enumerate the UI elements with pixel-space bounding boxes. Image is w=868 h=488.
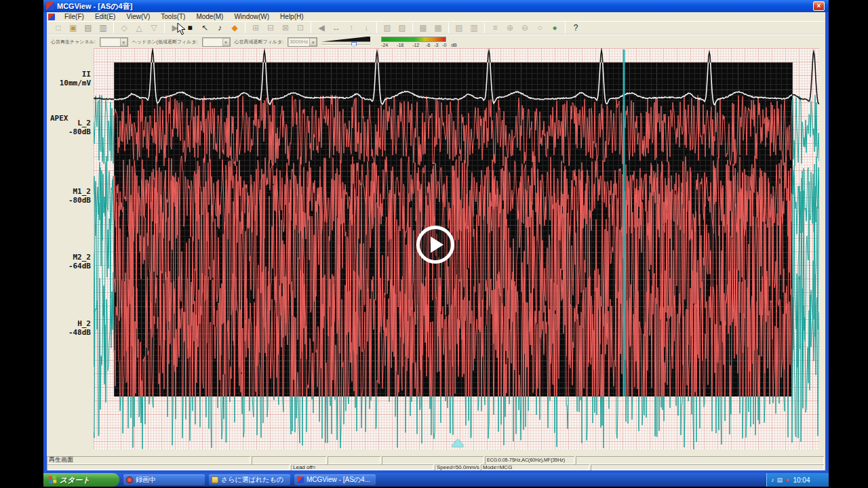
status-cell: Speed=50.0mm/s	[435, 464, 479, 470]
task-label: 録画中	[136, 475, 156, 485]
task-button-record[interactable]: 録画中	[123, 474, 205, 485]
menu-item-tools[interactable]: Tools(T)	[155, 13, 191, 20]
toolbar-button[interactable]: ▥	[467, 22, 481, 34]
video-frame: MCGView - [ASの4音] × File(F)Edit(E)View(V…	[0, 0, 868, 488]
chevron-down-icon: ▼	[222, 38, 230, 46]
folder-icon	[212, 476, 218, 483]
mdi-child-icon	[48, 14, 55, 20]
toolbar-button[interactable]: ▩	[416, 22, 430, 34]
new-button[interactable]: □	[52, 22, 65, 34]
device-icon[interactable]: ▤	[777, 476, 783, 483]
help-button[interactable]: ?	[569, 22, 583, 34]
menu-bar: File(F)Edit(E)View(V)Tools(T)Mode(M)Wind…	[47, 12, 825, 21]
letterbox-left	[0, 0, 43, 488]
channel-label-h_2: H_2-48dB	[47, 319, 91, 337]
status-cell: Mode=MCG	[481, 464, 589, 470]
meter-tick-label: -6	[426, 43, 430, 47]
toolbar-button[interactable]: ▤	[452, 22, 466, 34]
toolbar-button[interactable]: ▨	[395, 22, 409, 34]
sound-button[interactable]: ♪	[213, 22, 226, 34]
toolbar-separator	[164, 22, 165, 33]
toolbar-button[interactable]: ↔	[330, 22, 343, 34]
menu-item-edit[interactable]: Edit(E)	[90, 13, 121, 20]
marker-button[interactable]: ◆	[228, 22, 241, 34]
menu-item-view[interactable]: View(V)	[121, 13, 155, 20]
task-button-mcg[interactable]: MCGView - [ASの4...	[294, 474, 376, 485]
toolbar-button[interactable]: ◇	[117, 22, 131, 34]
print-button[interactable]: ▥	[96, 22, 110, 34]
toolbar-separator	[448, 22, 449, 33]
status-cell	[576, 456, 824, 464]
toolbar-separator	[113, 22, 114, 33]
task-button-folder[interactable]: さらに選ばれたもの	[209, 474, 290, 485]
status-bar-top: 再生画面ECG:0.05-75Hz,AC(60Hz),MF(35Hz)	[47, 456, 825, 464]
play-icon	[431, 237, 443, 253]
playback-position-marker	[452, 439, 464, 447]
menu-item-window[interactable]: Window(W)	[229, 13, 275, 20]
toolbar-button[interactable]: ○	[533, 22, 547, 34]
app-window: MCGView - [ASの4音] × File(F)Edit(E)View(V…	[43, 0, 829, 473]
volume-track	[321, 44, 370, 45]
toolbar-separator	[376, 22, 377, 33]
chevron-down-icon: ▼	[120, 38, 127, 46]
level-meter: -24-18-12-6-3-0dB	[381, 36, 457, 48]
mcg-icon	[297, 476, 304, 483]
menu-item-file[interactable]: File(F)	[59, 13, 90, 20]
play-channel-select[interactable]: ▼	[100, 37, 128, 47]
taskbar: スタート 録画中さらに選ばれたものMCGView - [ASの4... ♪▤●1…	[43, 473, 829, 487]
toolbar-separator	[484, 22, 485, 33]
toolbar-button[interactable]: ⊡	[294, 22, 307, 34]
status-cell	[328, 456, 380, 464]
window-title: MCGView - [ASの4音]	[57, 1, 132, 12]
status-cell	[47, 464, 290, 470]
toolbar-button[interactable]: ↓	[359, 22, 373, 34]
recorder-icon[interactable]: ●	[785, 476, 789, 483]
user-button[interactable]: ●	[548, 22, 561, 34]
status-cell	[382, 456, 484, 464]
toolbar-button[interactable]: ▧	[380, 22, 394, 34]
toolbar-button[interactable]: ≡	[488, 22, 502, 34]
status-cell: 再生画面	[47, 456, 250, 464]
volume-thumb[interactable]	[351, 42, 357, 48]
app-icon	[46, 2, 54, 10]
lowcut-filter-select[interactable]: ▼	[202, 37, 231, 47]
toolbar-button[interactable]: ⊞	[249, 22, 262, 34]
status-cell: Lead off=	[291, 464, 433, 470]
title-bar: MCGView - [ASの4音] ×	[43, 0, 829, 12]
volume-slider[interactable]	[321, 37, 372, 47]
waveform-canvas	[94, 48, 819, 449]
menu-item-mode[interactable]: Mode(M)	[191, 13, 229, 20]
status-bar-bottom: Lead off=Speed=50.0mm/sMode=MCG	[47, 464, 825, 470]
channel-label-m2_2: M2_2-64dB	[47, 253, 91, 270]
toolbar-separator	[245, 22, 245, 33]
playback-controls-bar: 心音再生チャンネル: ▼ ヘッドホン(低域遮断フィルタ: ▼ 心音高域遮断フィル…	[47, 35, 825, 48]
toolbar-button[interactable]: △	[132, 22, 146, 34]
toolbar-button[interactable]: ◀	[315, 22, 328, 34]
select-tool-button[interactable]: ↖	[198, 22, 212, 34]
toolbar-button[interactable]: ▦	[431, 22, 445, 34]
letterbox-right	[829, 0, 868, 488]
close-button[interactable]: ×	[813, 1, 825, 11]
volume-icon[interactable]: ♪	[771, 476, 774, 483]
toolbar-button[interactable]: ⊕	[503, 22, 517, 34]
video-play-button[interactable]	[416, 226, 454, 264]
meter-tick-label: -18	[397, 43, 403, 47]
status-cell	[252, 456, 326, 464]
highcut-filter-select[interactable]: 3000Hz ▼	[288, 37, 317, 47]
start-button[interactable]: スタート	[43, 473, 119, 487]
task-label: さらに選ばれたもの	[221, 475, 283, 485]
play-channel-label: 心音再生チャンネル:	[51, 39, 96, 45]
toolbar-button[interactable]: ⊟	[264, 22, 277, 34]
toolbar-button[interactable]: ⊖	[518, 22, 532, 34]
toolbar-button[interactable]: ⊠	[279, 22, 292, 34]
toolbar-button[interactable]: ↑	[344, 22, 358, 34]
save-button[interactable]: ▤	[81, 22, 95, 34]
toolbar-separator	[565, 22, 566, 33]
toolbar: □▣▤▥◇△▽▶■↖♪◆⊞⊟⊠⊡◀↔↑↓▧▨▩▦▤▥≡⊕⊖○●?	[47, 21, 825, 35]
menu-item-help[interactable]: Help(H)	[275, 13, 309, 20]
level-meter-bar	[381, 37, 446, 42]
meter-tick-label: -3	[434, 43, 438, 47]
open-button[interactable]: ▣	[66, 22, 80, 34]
toolbar-separator	[311, 22, 311, 33]
toolbar-button[interactable]: ▽	[147, 22, 161, 34]
